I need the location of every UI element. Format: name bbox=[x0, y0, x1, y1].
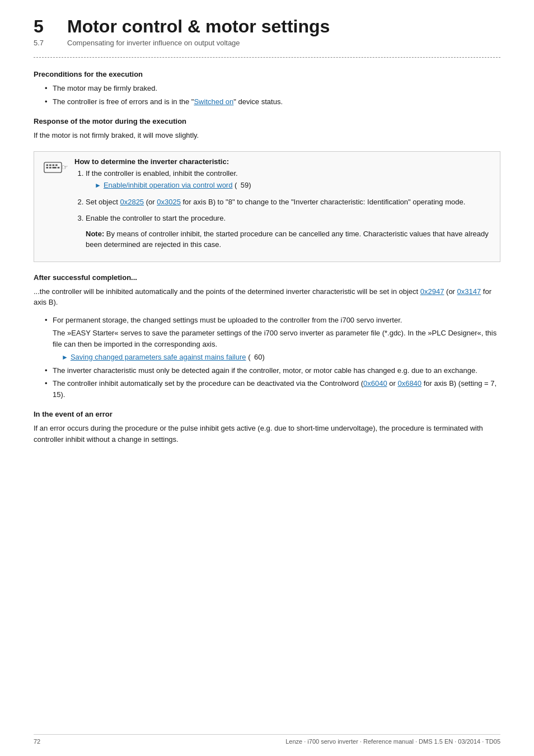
error-section: In the event of an error If an error occ… bbox=[34, 410, 500, 445]
howto-steps: If the controller is enabled, inhibit th… bbox=[74, 168, 492, 250]
saving-params-link-line: ► Saving changed parameters safe against… bbox=[53, 352, 500, 363]
note-svg-icon: ☞ bbox=[43, 158, 68, 177]
response-section: Response of the motor during the executi… bbox=[34, 117, 500, 141]
obj-6840-link[interactable]: 0x6840 bbox=[397, 379, 421, 388]
saving-params-link[interactable]: Saving changed parameters safe against m… bbox=[71, 352, 246, 363]
svg-rect-6 bbox=[49, 167, 51, 169]
svg-rect-2 bbox=[49, 164, 51, 166]
page-container: 5 Motor control & motor settings 5.7 Com… bbox=[0, 0, 534, 756]
chapter-number: 5 bbox=[34, 17, 67, 36]
svg-rect-8 bbox=[58, 167, 60, 169]
subchapter-title: Compensating for inverter influence on o… bbox=[67, 39, 240, 47]
howto-step-1: If the controller is enabled, inhibit th… bbox=[86, 168, 492, 191]
arrow-icon-1: ► bbox=[95, 180, 101, 190]
preconditions-heading: Preconditions for the execution bbox=[34, 70, 500, 78]
switched-on-link[interactable]: Switched on bbox=[194, 97, 233, 106]
bullet-inverter-char: The inverter characteristic must only be… bbox=[45, 365, 500, 376]
preconditions-list: The motor may be firmly braked. The cont… bbox=[34, 83, 500, 107]
enable-inhibit-link[interactable]: Enable/inhibit operation via control wor… bbox=[104, 180, 233, 191]
svg-text:☞: ☞ bbox=[62, 162, 68, 171]
note-icon: ☞ bbox=[42, 157, 69, 178]
howto-content: How to determine the inverter characteri… bbox=[74, 157, 492, 256]
step1-link-line: ► Enable/inhibit operation via control w… bbox=[86, 180, 492, 191]
divider bbox=[34, 57, 500, 58]
page-number: 72 bbox=[34, 738, 40, 745]
svg-rect-4 bbox=[55, 164, 58, 166]
easy-starter-text: The »EASY Starter« serves to save the pa… bbox=[53, 328, 500, 349]
chapter-header: 5 Motor control & motor settings bbox=[34, 17, 500, 36]
svg-rect-1 bbox=[46, 164, 49, 166]
after-completion-body: ...the controller will be inhibited auto… bbox=[34, 286, 500, 308]
obj-2825-link[interactable]: 0x2825 bbox=[120, 198, 144, 206]
after-completion-section: After successful completion... ...the co… bbox=[34, 273, 500, 400]
subchapter-number: 5.7 bbox=[34, 39, 67, 47]
arrow-icon-2: ► bbox=[62, 352, 68, 362]
after-completion-bullets: For permanent storage, the changed setti… bbox=[34, 315, 500, 400]
chapter-title: Motor control & motor settings bbox=[67, 17, 330, 36]
howto-step-3: Enable the controller to start the proce… bbox=[86, 213, 492, 250]
svg-rect-3 bbox=[53, 164, 55, 166]
obj-2947-link[interactable]: 0x2947 bbox=[420, 287, 444, 296]
bullet-controller-inhibit: The controller inhibit automatically set… bbox=[45, 378, 500, 400]
response-heading: Response of the motor during the executi… bbox=[34, 117, 500, 125]
obj-3147-link[interactable]: 0x3147 bbox=[457, 287, 481, 296]
preconditions-section: Preconditions for the execution The moto… bbox=[34, 70, 500, 107]
howto-note-box: ☞ How to determine the inverter characte… bbox=[34, 151, 500, 262]
bullet-permanent-storage: For permanent storage, the changed setti… bbox=[45, 315, 500, 363]
obj-6040-link[interactable]: 0x6040 bbox=[363, 379, 387, 388]
footer-copyright: Lenze · i700 servo inverter · Reference … bbox=[285, 738, 500, 745]
footer: 72 Lenze · i700 servo inverter · Referen… bbox=[34, 734, 500, 745]
howto-title: How to determine the inverter characteri… bbox=[74, 157, 492, 166]
error-heading: In the event of an error bbox=[34, 410, 500, 418]
obj-3025-link[interactable]: 0x3025 bbox=[157, 198, 181, 206]
svg-rect-5 bbox=[46, 167, 49, 169]
precondition-item-1: The motor may be firmly braked. bbox=[45, 83, 500, 94]
precondition-item-2: The controller is free of errors and is … bbox=[45, 96, 500, 108]
svg-rect-7 bbox=[53, 167, 57, 169]
after-completion-heading: After successful completion... bbox=[34, 273, 500, 282]
step3-note: Note: By means of controller inhibit, th… bbox=[86, 228, 492, 250]
howto-step-2: Set object 0x2825 (or 0x3025 for axis B)… bbox=[86, 197, 492, 208]
error-body: If an error occurs during the procedure … bbox=[34, 423, 500, 445]
subchapter-line: 5.7 Compensating for inverter influence … bbox=[34, 39, 500, 47]
response-body: If the motor is not firmly braked, it wi… bbox=[34, 130, 500, 141]
